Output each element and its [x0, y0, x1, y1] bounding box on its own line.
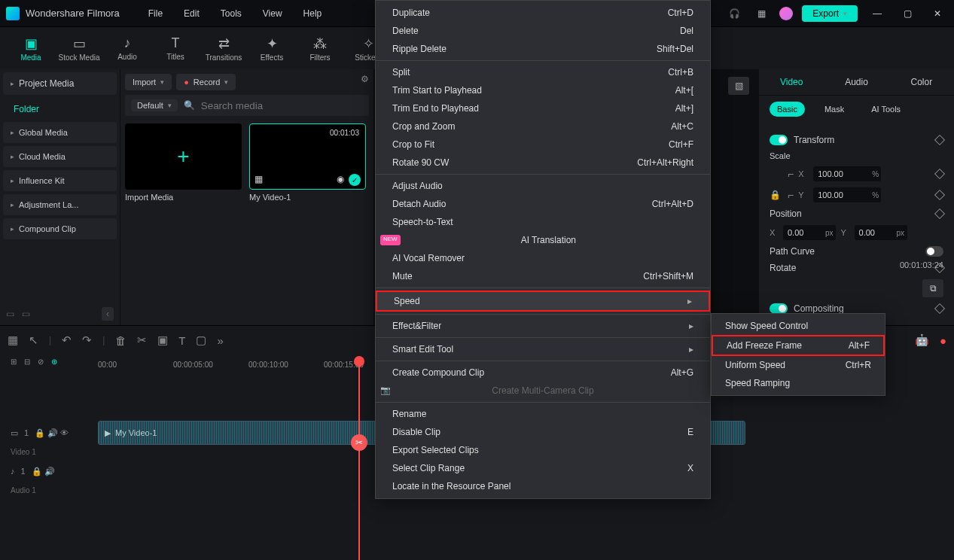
tab-transitions[interactable]: ⇄Transitions	[202, 29, 245, 67]
apps-icon[interactable]: ▦	[752, 5, 770, 23]
ctx-crop-and-zoom[interactable]: Crop and ZoomAlt+C	[376, 117, 710, 135]
ctx-locate-in-the-resource-panel[interactable]: Locate in the Resource Panel	[376, 477, 710, 495]
record-marker-icon[interactable]: ●	[940, 334, 946, 347]
tab-filters[interactable]: ⁂Filters	[298, 29, 342, 67]
search-input[interactable]	[201, 100, 363, 111]
tl-magnet-icon[interactable]: ⊕	[51, 358, 57, 366]
maximize-button[interactable]: ▢	[897, 5, 918, 23]
audio-track-head[interactable]: ♪ 1 🔒 🔊	[0, 467, 98, 476]
ai-icon[interactable]: 🤖	[915, 333, 929, 347]
keyframe-icon[interactable]	[934, 135, 945, 145]
text-icon[interactable]: T	[178, 334, 185, 347]
headset-icon[interactable]: 🎧	[725, 5, 743, 23]
ctx-trim-start-to-playhead[interactable]: Trim Start to PlayheadAlt+[	[376, 81, 710, 99]
keyframe-icon[interactable]	[934, 208, 945, 219]
filter-icon[interactable]: ⚙	[361, 74, 369, 90]
import-media-card[interactable]: + Import Media	[125, 123, 242, 202]
redo-icon[interactable]: ↷	[82, 333, 92, 347]
ctx-speed[interactable]: Speed	[376, 291, 710, 312]
subtab-basic[interactable]: Basic	[770, 102, 805, 117]
ctx-rotate-90-cw[interactable]: Rotate 90 CWCtrl+Alt+Right	[376, 154, 710, 172]
folder-item[interactable]: Folder	[0, 98, 120, 120]
ctx-delete[interactable]: DeleteDel	[376, 22, 710, 40]
keyframe-icon[interactable]	[934, 303, 945, 314]
compositing-toggle[interactable]	[770, 303, 788, 314]
subtab-mask[interactable]: Mask	[817, 102, 852, 117]
prop-tab-video[interactable]: Video	[759, 69, 824, 95]
avatar-icon[interactable]	[779, 7, 793, 20]
scale-x-input[interactable]	[813, 166, 881, 181]
close-button[interactable]: ✕	[927, 5, 948, 23]
collapse-sidebar-icon[interactable]: ‹	[102, 307, 114, 321]
new-folder-icon[interactable]: ▭	[6, 309, 14, 319]
cut-marker-icon[interactable]: ✂	[351, 434, 367, 451]
tl-insert-icon[interactable]: ⊞	[11, 358, 17, 366]
tl-overwrite-icon[interactable]: ⊟	[24, 358, 30, 366]
speed-speed-ramping[interactable]: Speed Ramping	[712, 374, 885, 392]
ctx-ai-translation[interactable]: NEWAI Translation	[376, 231, 710, 249]
media-clip-card[interactable]: 00:01:03 ▦ ◉ ✓ My Video-1	[249, 123, 366, 202]
menu-view[interactable]: View	[252, 5, 293, 22]
ctx-detach-audio[interactable]: Detach AudioCtrl+Alt+D	[376, 195, 710, 213]
ctx-smart-edit-tool[interactable]: Smart Edit Tool	[376, 340, 710, 358]
ctx-duplicate[interactable]: DuplicateCtrl+D	[376, 4, 710, 22]
menu-file[interactable]: File	[138, 5, 173, 22]
ctx-mute[interactable]: MuteCtrl+Shift+M	[376, 267, 710, 285]
prop-tab-audio[interactable]: Audio	[824, 69, 888, 95]
crop-icon[interactable]: ▣	[157, 333, 168, 347]
ctx-disable-clip[interactable]: Disable ClipE	[376, 423, 710, 441]
sidebar-global-media[interactable]: ▸Global Media	[3, 122, 117, 143]
ctx-split[interactable]: SplitCtrl+B	[376, 63, 710, 81]
ctx-ai-vocal-remover[interactable]: AI Vocal Remover	[376, 249, 710, 267]
ctx-rename[interactable]: Rename	[376, 405, 710, 423]
more-icon[interactable]: »	[217, 334, 223, 347]
new-bin-icon[interactable]: ▭	[22, 309, 30, 319]
video-track-head[interactable]: ▭ 1 🔒 🔊 👁	[0, 428, 98, 438]
ctx-ripple-delete[interactable]: Ripple DeleteShift+Del	[376, 40, 710, 58]
snapshot-icon[interactable]: ▧	[728, 77, 749, 95]
grid-icon[interactable]: ▦	[8, 333, 18, 347]
import-dropdown[interactable]: Import▾	[125, 74, 172, 90]
ctx-export-selected-clips[interactable]: Export Selected Clips	[376, 441, 710, 459]
ctx-select-clip-range[interactable]: Select Clip RangeX	[376, 459, 710, 477]
speed-add-freeze-frame[interactable]: Add Freeze FrameAlt+F	[712, 335, 885, 356]
copy-icon[interactable]: ⧉	[922, 279, 943, 297]
prop-tab-color[interactable]: Color	[889, 69, 954, 95]
playhead[interactable]: ✂	[358, 361, 360, 560]
speed-uniform-speed[interactable]: Uniform SpeedCtrl+R	[712, 356, 885, 374]
tab-audio[interactable]: ♪Audio	[105, 29, 149, 67]
export-button[interactable]: Export▾	[802, 5, 858, 22]
tab-effects[interactable]: ✦Effects	[250, 29, 294, 67]
ctx-create-compound-clip[interactable]: Create Compound ClipAlt+G	[376, 364, 710, 382]
tab-media[interactable]: ▣Media	[9, 29, 53, 67]
ctx-speech-to-text[interactable]: Speech-to-Text	[376, 213, 710, 231]
path-curve-toggle[interactable]	[925, 246, 943, 257]
cut-icon[interactable]: ✂	[137, 333, 147, 347]
ctx-effect-filter[interactable]: Effect&Filter	[376, 317, 710, 335]
delete-icon[interactable]: 🗑	[115, 334, 126, 347]
tab-titles[interactable]: TTitles	[154, 29, 197, 67]
menu-tools[interactable]: Tools	[210, 5, 252, 22]
subtab-ai-tools[interactable]: AI Tools	[864, 102, 908, 117]
tab-stock-media[interactable]: ▭Stock Media	[57, 29, 101, 67]
sidebar-adjustment-layer[interactable]: ▸Adjustment La...	[3, 194, 117, 215]
keyframe-icon[interactable]	[934, 169, 945, 179]
scale-y-input[interactable]	[813, 187, 881, 202]
sidebar-compound-clip[interactable]: ▸Compound Clip	[3, 218, 117, 239]
minimize-button[interactable]: —	[867, 5, 888, 23]
sidebar-influence-kit[interactable]: ▸Influence Kit	[3, 170, 117, 191]
ctx-adjust-audio[interactable]: Adjust Audio	[376, 177, 710, 195]
menu-edit[interactable]: Edit	[173, 5, 210, 22]
pointer-icon[interactable]: ↖	[29, 333, 38, 347]
record-dropdown[interactable]: ●Record▾	[176, 74, 236, 90]
ctx-crop-to-fit[interactable]: Crop to FitCtrl+F	[376, 135, 710, 154]
ctx-trim-end-to-playhead[interactable]: Trim End to PlayheadAlt+]	[376, 99, 710, 117]
sidebar-cloud-media[interactable]: ▸Cloud Media	[3, 146, 117, 167]
box-icon[interactable]: ▢	[196, 333, 206, 347]
undo-icon[interactable]: ↶	[62, 333, 72, 347]
tl-link-icon[interactable]: ⊘	[38, 358, 44, 366]
sort-dropdown[interactable]: Default▾	[131, 99, 178, 111]
transform-toggle[interactable]	[770, 135, 788, 145]
project-media[interactable]: ▸Project Media	[3, 72, 117, 95]
menu-help[interactable]: Help	[293, 5, 333, 22]
